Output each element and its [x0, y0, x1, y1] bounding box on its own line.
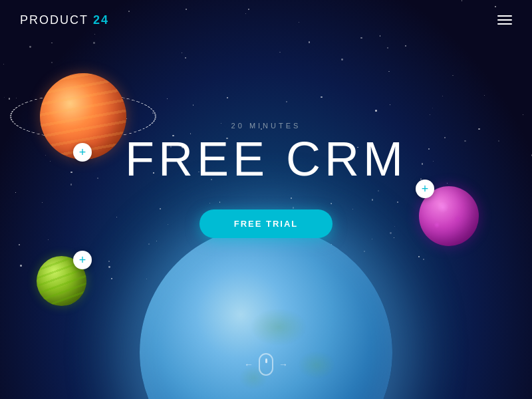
scroll-indicator: ← →	[244, 353, 288, 376]
hamburger-menu[interactable]	[497, 15, 512, 25]
navbar: PRODUCT 24	[0, 0, 532, 40]
cta-button[interactable]: FREE TRIAL	[200, 209, 333, 238]
saturn-planet-container: +	[40, 73, 126, 160]
hamburger-line-2	[497, 19, 512, 21]
hero-subtitle: 20 MINUTES	[231, 122, 301, 130]
hamburger-line-1	[497, 15, 512, 17]
pink-planet-body: +	[419, 186, 479, 246]
mouse-icon	[259, 353, 273, 376]
hero-title: FREE CRM	[125, 135, 407, 183]
pink-planet-container: +	[419, 186, 479, 246]
green-planet-body: +	[37, 256, 86, 306]
logo-accent: 24	[88, 13, 109, 27]
logo-text: PRODUCT	[20, 13, 88, 27]
arrow-right-icon: →	[279, 359, 288, 370]
mouse-wheel	[265, 358, 267, 363]
pink-plus-button[interactable]: +	[416, 180, 434, 198]
green-plus-button[interactable]: +	[73, 251, 92, 269]
green-planet-container: +	[37, 256, 86, 306]
saturn-plus-button[interactable]: +	[73, 143, 92, 162]
arrow-left-icon: ←	[244, 359, 253, 370]
hamburger-line-3	[497, 23, 512, 25]
logo: PRODUCT 24	[20, 13, 109, 27]
